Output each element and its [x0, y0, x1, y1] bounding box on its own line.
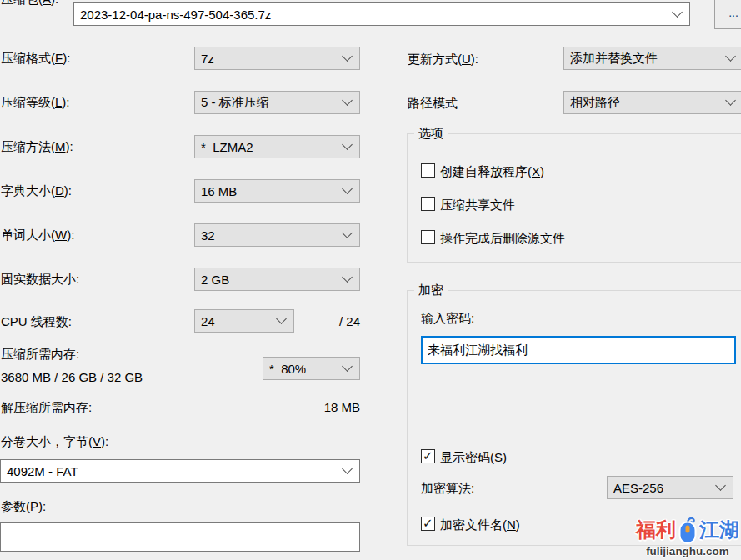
method-select[interactable]: * LZMA2 — [194, 135, 360, 158]
compress-shared-checkbox[interactable] — [421, 197, 435, 211]
show-password-label: 显示密码(S) — [440, 450, 507, 465]
chevron-down-icon — [715, 480, 726, 491]
solid-block-size-select[interactable]: 2 GB — [194, 268, 360, 291]
solid-block-size-label: 固实数据大小: — [1, 272, 79, 287]
update-mode-select[interactable]: 添加并替换文件 — [563, 47, 741, 70]
word-size-label: 单词大小(W): — [1, 228, 74, 242]
password-input[interactable] — [421, 336, 736, 364]
create-sfx-checkbox[interactable] — [421, 163, 435, 178]
path-mode-label: 路径模式 — [408, 96, 458, 111]
create-sfx-label: 创建自释放程序(X) — [440, 164, 544, 179]
path-mode-select[interactable]: 相对路径 — [563, 91, 741, 114]
chevron-down-icon — [342, 51, 353, 62]
watermark-domain: fulijianghu.com — [636, 545, 739, 558]
encrypt-filenames-label: 加密文件名(N) — [440, 518, 520, 532]
archive-name-label: 压缩包(A): — [1, 0, 58, 7]
chevron-down-icon — [342, 139, 353, 150]
chevron-down-icon — [725, 95, 736, 106]
chevron-down-icon — [342, 463, 353, 474]
delete-after-label: 操作完成后删除源文件 — [440, 231, 565, 246]
dictionary-size-select[interactable]: 16 MB — [194, 179, 360, 202]
encryption-method-select[interactable]: AES-256 — [607, 476, 733, 499]
chevron-down-icon — [342, 361, 353, 372]
archive-name-combobox[interactable]: 2023-12-04-pa-ns-497-504-365.7z — [73, 2, 690, 26]
memory-usage-select[interactable]: * 80% — [263, 357, 360, 380]
chevron-down-icon — [342, 272, 353, 282]
volume-size-label: 分卷大小，字节(V): — [1, 434, 108, 449]
encrypt-filenames-checkbox[interactable] — [421, 517, 435, 531]
chevron-down-icon — [342, 228, 353, 238]
format-label: 压缩格式(F): — [1, 51, 70, 66]
encryption-groupbox: 加密 — [407, 290, 741, 546]
delete-after-checkbox[interactable] — [421, 230, 435, 244]
cpu-threads-label: CPU 线程数: — [1, 314, 72, 329]
chevron-down-icon — [342, 183, 353, 194]
chevron-down-icon — [725, 51, 736, 62]
word-size-select[interactable]: 32 — [194, 223, 360, 247]
memory-decompress-label: 解压缩所需内存: — [1, 400, 92, 415]
memory-decompress-value: 18 MB — [277, 400, 360, 415]
compress-shared-label: 压缩共享文件 — [440, 198, 515, 212]
chevron-down-icon — [342, 95, 353, 106]
browse-button[interactable]: ... — [714, 0, 741, 29]
cpu-threads-total: / 24 — [277, 314, 360, 329]
parameters-label: 参数(P): — [1, 499, 46, 514]
encryption-method-label: 加密算法: — [421, 481, 474, 496]
chevron-down-icon — [672, 7, 683, 18]
memory-compress-detail: 3680 MB / 26 GB / 32 GB — [1, 370, 143, 385]
archive-name-value: 2023-12-04-pa-ns-497-504-365.7z — [80, 8, 271, 22]
format-select[interactable]: 7z — [194, 47, 360, 70]
method-label: 压缩方法(M): — [1, 139, 73, 154]
update-mode-label: 更新方式(U): — [408, 52, 478, 67]
volume-size-combobox[interactable]: 4092M - FAT — [0, 459, 360, 482]
show-password-checkbox[interactable] — [421, 449, 435, 463]
password-label: 输入密码: — [421, 311, 474, 326]
dictionary-size-label: 字典大小(D): — [1, 183, 72, 198]
add-to-archive-dialog: 压缩包(A): 2023-12-04-pa-ns-497-504-365.7z … — [0, 0, 741, 560]
options-group-title: 选项 — [414, 126, 448, 141]
memory-compress-label: 压缩所需内存: — [1, 347, 79, 362]
level-label: 压缩等级(L): — [1, 95, 70, 110]
encryption-group-title: 加密 — [414, 282, 448, 298]
parameters-input[interactable] — [0, 522, 360, 552]
level-select[interactable]: 5 - 标准压缩 — [194, 91, 360, 114]
